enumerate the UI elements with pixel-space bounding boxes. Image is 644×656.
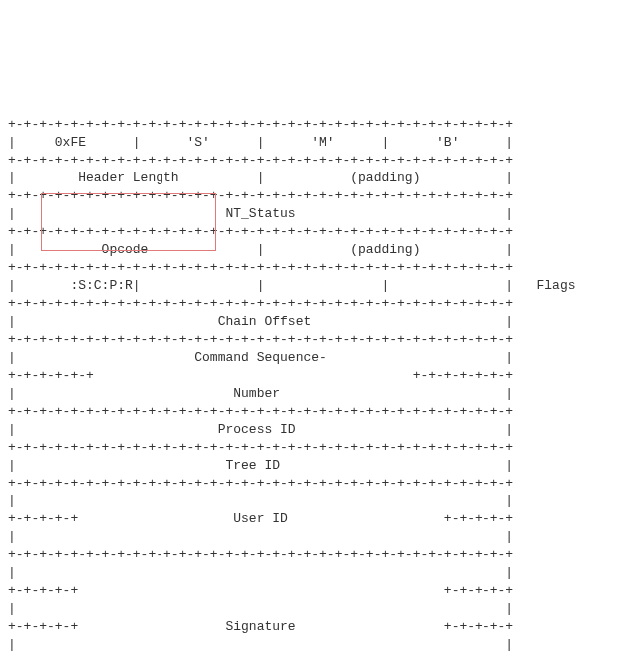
diagram-lines: +-+-+-+-+-+-+-+-+-+-+-+-+-+-+-+-+-+-+-+-… [8,116,644,656]
packet-diagram: +-+-+-+-+-+-+-+-+-+-+-+-+-+-+-+-+-+-+-+-… [0,72,644,656]
